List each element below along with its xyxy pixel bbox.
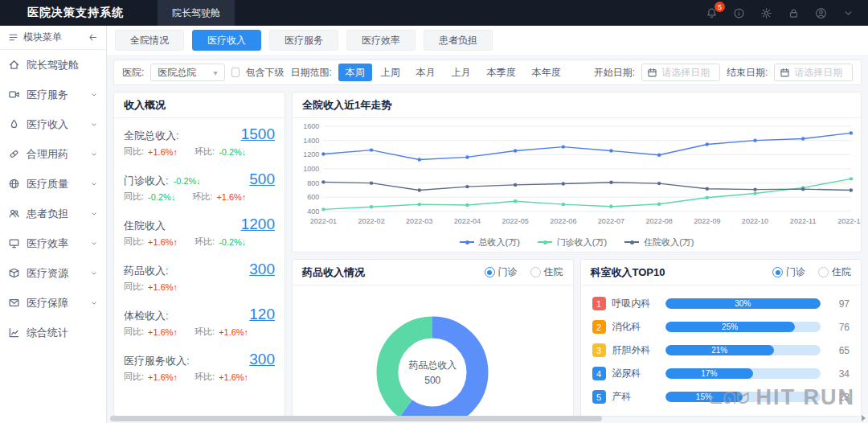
dept-value: 97 — [827, 298, 850, 310]
legend-item[interactable]: 门诊收入(万) — [538, 236, 607, 248]
yoy-value: +1.6%↑ — [148, 147, 178, 157]
sidebar-item-label: 医疗服务 — [27, 88, 68, 102]
date-range-label: 日期范围: — [291, 66, 332, 80]
header-actions: 5 — [704, 6, 855, 20]
sidebar-item[interactable]: 医疗服务 — [0, 80, 106, 109]
dept-radio[interactable]: 住院 — [818, 265, 851, 279]
svg-text:2022-04: 2022-04 — [454, 217, 481, 225]
revenue-item-compare-row: 同比:+1.6%↑环比:+1.6%↑ — [124, 371, 275, 383]
chevron-down-icon — [842, 7, 854, 19]
header-lock-icon[interactable] — [786, 6, 800, 20]
mom-label: 环比: — [194, 326, 215, 338]
header-bell-icon[interactable]: 5 — [704, 6, 719, 20]
sidebar-item[interactable]: 合理用药 — [0, 139, 106, 169]
yoy-label: 同比: — [124, 191, 144, 203]
include-sub-checkbox[interactable] — [231, 68, 240, 77]
date-range-button[interactable]: 本年度 — [525, 64, 568, 81]
drug-radio[interactable]: 门诊 — [485, 265, 518, 279]
sidebar-item[interactable]: 医疗资源 — [0, 258, 106, 288]
legend-label: 总收入(万) — [479, 236, 520, 248]
drug-revenue-card: 药品收入情况 门诊住院 药品总收入500 — [292, 259, 574, 417]
end-date-input[interactable]: 请选择日期 — [774, 64, 853, 81]
menu-grid-icon[interactable] — [8, 32, 18, 43]
box-icon — [8, 267, 20, 279]
end-date-placeholder: 请选择日期 — [794, 66, 842, 80]
sidebar-item[interactable]: 医疗保障 — [0, 288, 106, 318]
start-date-input[interactable]: 请选择日期 — [641, 64, 720, 81]
header-info-icon[interactable] — [731, 6, 746, 20]
rank-badge: 4 — [592, 367, 606, 380]
header-chevron-down-icon[interactable] — [841, 6, 855, 20]
sidebar-item[interactable]: 医疗质量 — [0, 169, 106, 199]
calendar-icon — [780, 68, 790, 78]
dept-name: 产科 — [612, 390, 659, 404]
revenue-label: 全院总收入: — [124, 129, 179, 143]
dept-bar-track: 15% — [665, 392, 821, 402]
date-range-button[interactable]: 上月 — [444, 64, 478, 81]
revenue-value-link[interactable]: 120 — [249, 306, 275, 323]
revenue-value-link[interactable]: 1500 — [241, 125, 275, 143]
filter-bar: 医院: 医院总院 ▾ 包含下级 日期范围: 本周上周本月上月本季度本年度 开始日… — [113, 60, 862, 85]
revenue-value-link[interactable]: 300 — [249, 261, 275, 278]
collapse-icon — [88, 32, 98, 43]
legend-item[interactable]: 总收入(万) — [460, 236, 520, 248]
sidebar-item[interactable]: 院长驾驶舱 — [0, 50, 106, 80]
yoy-value: +1.6%↑ — [148, 327, 178, 337]
mom-value: +1.6%↑ — [216, 192, 246, 202]
chevron-down-icon — [90, 180, 98, 188]
revenue-item-main-row: 全院总收入:1500 — [124, 125, 275, 143]
header-gear-icon[interactable] — [759, 6, 773, 20]
date-range-button[interactable]: 本月 — [409, 64, 443, 81]
radio-label: 门诊 — [786, 265, 805, 279]
revenue-value-link[interactable]: 1200 — [241, 216, 275, 233]
page-tab[interactable]: 医疗服务 — [269, 30, 338, 51]
date-range-button[interactable]: 本季度 — [480, 64, 523, 81]
revenue-item: 全院总收入:1500同比:+1.6%↑环比:-0.2%↓ — [114, 118, 285, 163]
header-user-icon[interactable] — [813, 6, 828, 20]
scrollbar-thumb[interactable] — [110, 416, 602, 421]
scroll-right-arrow[interactable] — [862, 415, 866, 421]
drug-radio[interactable]: 住院 — [530, 265, 563, 279]
hospital-select[interactable]: 医院总院 ▾ — [150, 64, 224, 81]
dept-value: 65 — [827, 345, 850, 356]
sidebar-item-label: 医疗质量 — [27, 177, 68, 191]
sidebar-item-label: 合理用药 — [27, 147, 68, 162]
yoy-value: +1.6%↑ — [148, 372, 178, 382]
dept-bar-pct: 25% — [722, 322, 738, 331]
sidebar-item[interactable]: 医疗效率 — [0, 228, 106, 258]
dept-name: 呼吸内科 — [612, 297, 659, 310]
page-tab[interactable]: 医疗收入 — [192, 30, 261, 51]
calendar-icon — [647, 68, 657, 78]
chevron-down-icon — [90, 299, 98, 307]
revenue-value-link[interactable]: 300 — [249, 351, 275, 368]
mom-value: +1.6%↑ — [219, 372, 248, 382]
sidebar-item[interactable]: 医疗收入 — [0, 109, 106, 139]
sidebar-item[interactable]: 综合统计 — [0, 318, 106, 347]
chevron-down-icon — [90, 150, 98, 158]
header-tab-cockpit[interactable]: 院长驾驶舱 — [158, 0, 235, 26]
page-tab[interactable]: 患者负担 — [424, 30, 493, 51]
revenue-label: 药品收入: — [124, 264, 169, 278]
revenue-item-main-row: 体检收入:120 — [124, 306, 275, 323]
date-range-button[interactable]: 本周 — [338, 64, 372, 81]
dept-top10-card: 科室收入TOP10 门诊住院 1呼吸内科30%972消化科25%763肝胆外科2… — [580, 259, 862, 417]
dept-bar-fill: 17% — [665, 368, 754, 379]
horizontal-scrollbar[interactable] — [110, 415, 855, 422]
chevron-down-icon — [90, 121, 98, 129]
caret-down-icon: ▾ — [214, 68, 218, 77]
chevron-down-icon — [90, 91, 98, 99]
dept-row: 3肝胆外科21%65 — [592, 339, 850, 362]
page-tab[interactable]: 全院情况 — [115, 30, 184, 51]
dept-bar-pct: 21% — [711, 346, 727, 355]
legend-item[interactable]: 住院收入(万) — [624, 236, 694, 248]
monitor-icon — [8, 237, 20, 249]
yoy-value: -0.2%↓ — [148, 192, 175, 202]
dept-radio[interactable]: 门诊 — [772, 265, 805, 279]
dept-row: 5产科15%23 — [592, 385, 850, 409]
sidebar-item[interactable]: 患者负担 — [0, 199, 106, 228]
page-tab[interactable]: 医疗效率 — [346, 30, 416, 51]
date-range-button[interactable]: 上周 — [374, 64, 407, 81]
revenue-value-link[interactable]: 500 — [249, 170, 275, 188]
menu-collapse-icon[interactable] — [88, 32, 98, 43]
sidebar-item-label: 综合统计 — [27, 326, 68, 340]
